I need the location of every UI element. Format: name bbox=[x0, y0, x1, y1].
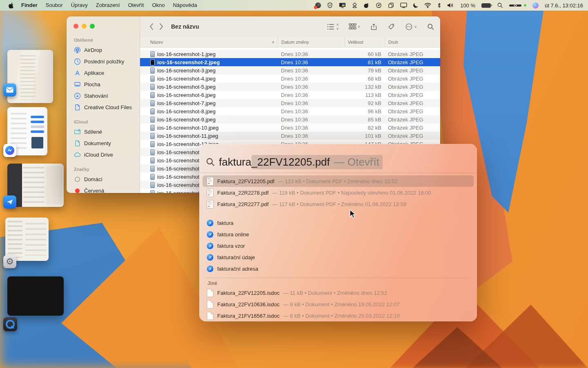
diamond-app-icon[interactable] bbox=[352, 2, 357, 9]
spotlight-result-row[interactable]: Faktura_22R2278.pdf — 119 kB • Dokument … bbox=[203, 187, 474, 198]
sidebar-item[interactable]: iCloud Drive bbox=[70, 149, 136, 160]
jpeg-file-icon bbox=[150, 117, 155, 123]
bluetooth-icon[interactable] bbox=[437, 2, 441, 9]
finder-toolbar: Bez názvu ∧∨ ∨ ∨ bbox=[140, 16, 440, 37]
file-row[interactable]: ios-16-screenshot-1.jpeg Dnes 10:36 60 k… bbox=[140, 50, 440, 58]
column-header-date[interactable]: Datum změny bbox=[278, 37, 344, 47]
spotlight-result-row[interactable]: Faktura_22FV12205.isdoc — 11 kB • Dokume… bbox=[203, 287, 474, 298]
display-flag-icon[interactable] bbox=[339, 2, 346, 9]
file-row[interactable]: ios-16-screenshot-5.jpeg Dnes 10:36 132 … bbox=[140, 83, 440, 91]
sidebar-item[interactable]: Aplikace bbox=[70, 67, 136, 79]
sidebar-item[interactable]: Dokumenty bbox=[70, 137, 136, 149]
forward-button[interactable] bbox=[159, 23, 164, 30]
file-row[interactable]: ios-16-screenshot-6.jpeg Dnes 10:36 113 … bbox=[140, 91, 440, 99]
mail-app-icon[interactable] bbox=[3, 83, 16, 96]
siri-icon[interactable] bbox=[532, 2, 539, 9]
jpeg-file-icon bbox=[150, 125, 155, 131]
zoom-button[interactable] bbox=[90, 24, 95, 29]
menu-item[interactable]: Nápověda bbox=[169, 0, 201, 11]
tags-button[interactable] bbox=[388, 23, 395, 30]
spotlight-suggestion-row[interactable]: fakturační adresa bbox=[203, 263, 474, 274]
volume-icon[interactable] bbox=[447, 2, 454, 9]
jpeg-file-icon bbox=[150, 84, 155, 90]
audio-app-icon[interactable] bbox=[315, 2, 321, 9]
spotlight-suggestion-row[interactable]: faktura vzor bbox=[203, 240, 474, 251]
jpeg-file-icon bbox=[150, 174, 155, 180]
spark-app-icon[interactable] bbox=[3, 195, 16, 209]
safari-icon bbox=[207, 231, 214, 238]
window-title: Bez názvu bbox=[171, 23, 199, 30]
close-button[interactable] bbox=[74, 24, 78, 29]
menu-item[interactable]: Soubor bbox=[42, 0, 67, 11]
list-column-headers: Název ∧ Datum změny Velikost Druh bbox=[140, 37, 440, 47]
quicktime-app-icon[interactable] bbox=[3, 317, 17, 331]
menu-item[interactable]: Okno bbox=[148, 0, 169, 11]
file-row[interactable]: ios-16-screenshot-3.jpeg Dnes 10:36 79 k… bbox=[140, 66, 440, 74]
file-row[interactable]: ios-16-screenshot-11.jpeg Dnes 10:36 101… bbox=[140, 132, 440, 140]
sidebar-item[interactable]: AirDrop bbox=[70, 44, 136, 56]
display-icon[interactable] bbox=[400, 2, 407, 9]
sidebar-item[interactable]: Plocha bbox=[70, 79, 136, 90]
more-actions-button[interactable]: ∨ bbox=[405, 23, 417, 30]
minimize-button[interactable] bbox=[82, 24, 87, 29]
messenger-app-icon[interactable] bbox=[3, 144, 16, 157]
share-button[interactable] bbox=[370, 23, 378, 30]
file-row[interactable]: ios-16-screenshot-2.jpeg Dnes 10:36 81 k… bbox=[140, 58, 440, 66]
other-results-list: Faktura_22FV12205.isdoc — 11 kB • Dokume… bbox=[199, 287, 477, 321]
spotlight-icon[interactable] bbox=[497, 2, 503, 9]
menu-bar-clock[interactable]: út 7.6., 13:02:16 bbox=[545, 2, 583, 9]
spotlight-suggestion-row[interactable]: fakturační údaje bbox=[203, 251, 474, 263]
file-row[interactable]: ios-16-screenshot-4.jpeg Dnes 10:36 68 k… bbox=[140, 74, 440, 83]
spotlight-result-row[interactable]: Faktura_22FV10636.isdoc — 9 kB • Dokumen… bbox=[203, 298, 474, 310]
group-button[interactable]: ∨ bbox=[349, 23, 361, 30]
menu-item[interactable]: Zobrazení bbox=[92, 0, 124, 11]
spotlight-search-field[interactable]: faktura_22FV12205.pdf— Otevřít bbox=[199, 151, 477, 173]
group-icon bbox=[349, 23, 356, 30]
moon-icon[interactable] bbox=[413, 2, 418, 9]
cloud-icon bbox=[74, 151, 81, 158]
sidebar-item[interactable]: Stahování bbox=[70, 90, 136, 101]
spotlight-result-row[interactable]: Faktura_22R2277.pdf — 117 kB • Dokument … bbox=[203, 198, 474, 210]
column-header-size[interactable]: Velikost bbox=[344, 37, 385, 47]
airdrop-icon bbox=[74, 47, 81, 54]
sidebar-item[interactable]: Červená bbox=[70, 185, 136, 193]
column-header-kind[interactable]: Druh bbox=[385, 37, 440, 47]
spotlight-suggestion-row[interactable]: faktura bbox=[203, 217, 474, 229]
column-header-name[interactable]: Název ∧ bbox=[140, 37, 278, 47]
jpeg-file-icon bbox=[150, 157, 155, 164]
pdf-icon bbox=[207, 200, 214, 209]
file-row[interactable]: ios-16-screenshot-9.jpeg Dnes 10:36 85 k… bbox=[140, 115, 440, 123]
file-row[interactable]: ios-16-screenshot-8.jpeg Dnes 10:36 96 k… bbox=[140, 107, 440, 115]
adguard-shield-icon[interactable] bbox=[327, 2, 333, 9]
jpeg-file-icon bbox=[150, 108, 155, 114]
sidebar-item[interactable]: Sdílené bbox=[70, 126, 136, 137]
spotlight-result-row[interactable]: Faktura_21FV16567.isdoc — 8 kB • Dokumen… bbox=[203, 310, 474, 321]
wifi-icon[interactable] bbox=[424, 2, 431, 9]
apple-menu[interactable] bbox=[5, 2, 17, 9]
bomb-icon[interactable] bbox=[363, 2, 370, 9]
finder-sidebar: Oblíbené AirDrop Poslední položky Aplika… bbox=[67, 16, 140, 193]
dial-icon[interactable] bbox=[376, 2, 382, 9]
file-row[interactable]: ios-16-screenshot-10.jpeg Dnes 10:36 82 … bbox=[140, 123, 440, 132]
download-icon bbox=[74, 92, 81, 99]
menu-item[interactable]: Finder bbox=[17, 0, 42, 11]
battery-icon[interactable] bbox=[481, 2, 491, 9]
stage-thumbnail-quicktime[interactable] bbox=[7, 276, 64, 316]
menu-item[interactable]: Úpravy bbox=[67, 0, 92, 11]
stage-thumbnail-settings[interactable] bbox=[5, 218, 49, 261]
copy-icon[interactable] bbox=[388, 2, 394, 9]
spotlight-result-row[interactable]: Faktura_22FV12205.pdf — 123 kB • Dokumen… bbox=[203, 175, 474, 187]
spotlight-suggestion-row[interactable]: faktura online bbox=[203, 229, 474, 240]
back-button[interactable] bbox=[149, 23, 154, 30]
settings-app-icon[interactable]: ⚙ bbox=[3, 255, 16, 268]
sidebar-section-favorites: Oblíbené bbox=[67, 34, 140, 44]
menu-item[interactable]: Otevřít bbox=[124, 0, 148, 11]
sidebar-item[interactable]: Creative Cloud Files bbox=[70, 101, 136, 113]
sidebar-item[interactable]: Domácí bbox=[70, 173, 136, 185]
control-center-icon[interactable] bbox=[509, 2, 521, 9]
search-button[interactable] bbox=[427, 23, 434, 30]
pdf-icon bbox=[207, 177, 214, 186]
view-mode-button[interactable]: ∧∨ bbox=[327, 22, 339, 31]
sidebar-item[interactable]: Poslední položky bbox=[70, 56, 136, 67]
file-row[interactable]: ios-16-screenshot-7.jpeg Dnes 10:36 92 k… bbox=[140, 99, 440, 107]
